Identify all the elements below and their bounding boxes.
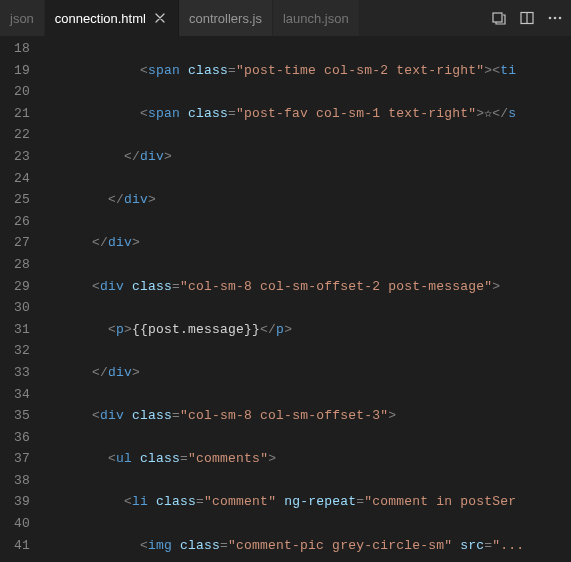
line-number: 24	[0, 168, 30, 190]
line-number: 26	[0, 211, 30, 233]
code-line: <div class="col-sm-8 col-sm-offset-3">	[44, 405, 571, 427]
tab-connection-html[interactable]: connection.html	[45, 0, 179, 36]
line-number-gutter: 1819202122232425262728293031323334353637…	[0, 36, 44, 562]
code-line: </div>	[44, 232, 571, 254]
svg-point-4	[554, 17, 557, 20]
code-line: </div>	[44, 362, 571, 384]
code-line: <ul class="comments">	[44, 448, 571, 470]
line-number: 35	[0, 405, 30, 427]
line-number: 29	[0, 276, 30, 298]
line-number: 25	[0, 189, 30, 211]
line-number: 31	[0, 319, 30, 341]
tab-json[interactable]: json	[0, 0, 45, 36]
svg-point-5	[559, 17, 562, 20]
line-number: 22	[0, 124, 30, 146]
line-number: 39	[0, 491, 30, 513]
line-number: 34	[0, 384, 30, 406]
line-number: 18	[0, 38, 30, 60]
code-editor[interactable]: 1819202122232425262728293031323334353637…	[0, 36, 571, 562]
line-number: 33	[0, 362, 30, 384]
tab-label: json	[10, 11, 34, 26]
code-line: </div>	[44, 146, 571, 168]
line-number: 21	[0, 103, 30, 125]
more-actions-icon[interactable]	[547, 10, 563, 26]
code-line: <p>{{post.message}}</p>	[44, 319, 571, 341]
code-line: <div class="col-sm-8 col-sm-offset-2 pos…	[44, 276, 571, 298]
tab-launch-json[interactable]: launch.json	[273, 0, 360, 36]
line-number: 37	[0, 448, 30, 470]
code-line: </div>	[44, 189, 571, 211]
line-number: 40	[0, 513, 30, 535]
line-number: 30	[0, 297, 30, 319]
tab-label: connection.html	[55, 11, 146, 26]
compare-changes-icon[interactable]	[491, 10, 507, 26]
line-number: 27	[0, 232, 30, 254]
line-number: 23	[0, 146, 30, 168]
line-number: 28	[0, 254, 30, 276]
close-icon[interactable]	[152, 10, 168, 26]
editor-tab-bar: json connection.html controllers.js laun…	[0, 0, 571, 36]
code-line: <li class="comment" ng-repeat="comment i…	[44, 491, 571, 513]
line-number: 32	[0, 340, 30, 362]
code-line: <span class="post-fav col-sm-1 text-righ…	[44, 103, 571, 125]
tab-controllers-js[interactable]: controllers.js	[179, 0, 273, 36]
svg-point-3	[549, 17, 552, 20]
line-number: 20	[0, 81, 30, 103]
split-editor-icon[interactable]	[519, 10, 535, 26]
code-line: <img class="comment-pic grey-circle-sm" …	[44, 535, 571, 557]
line-number: 36	[0, 427, 30, 449]
code-content[interactable]: <span class="post-time col-sm-2 text-rig…	[44, 36, 571, 562]
tab-label: launch.json	[283, 11, 349, 26]
tab-label: controllers.js	[189, 11, 262, 26]
line-number: 38	[0, 470, 30, 492]
code-line: <span class="post-time col-sm-2 text-rig…	[44, 60, 571, 82]
line-number: 41	[0, 535, 30, 557]
line-number: 19	[0, 60, 30, 82]
tabbar-actions	[483, 10, 571, 26]
svg-rect-0	[493, 13, 502, 22]
